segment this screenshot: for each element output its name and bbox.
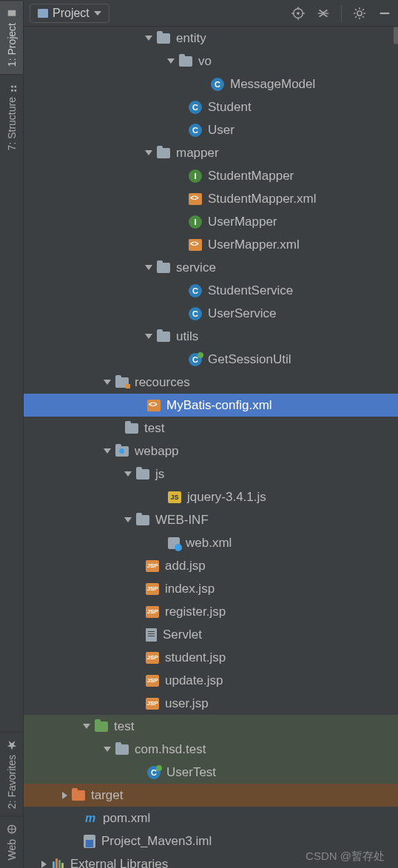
tree-folder-test[interactable]: test <box>24 417 398 440</box>
svg-marker-5 <box>7 741 16 750</box>
tree-xml-mybatisconfig[interactable]: MyBatis-config.xml <box>24 394 398 417</box>
side-tab-web[interactable]: Web <box>0 816 23 868</box>
chevron-down-icon <box>124 517 132 522</box>
test-folder-icon <box>95 721 108 732</box>
tree-jsp-update[interactable]: update.jsp <box>24 669 398 692</box>
libraries-icon <box>51 858 64 869</box>
webapp-folder-icon <box>115 446 129 457</box>
file-icon <box>146 628 157 642</box>
excluded-folder-icon <box>72 790 85 801</box>
jsp-icon <box>146 560 159 572</box>
chevron-down-icon <box>94 11 101 16</box>
jsp-icon <box>146 698 159 710</box>
web-icon <box>7 824 17 835</box>
folder-icon <box>157 148 170 158</box>
star-icon <box>7 740 17 750</box>
tree-file-pomxml[interactable]: pom.xml <box>24 807 398 830</box>
xml-icon <box>189 193 202 205</box>
folder-icon <box>157 332 170 342</box>
chevron-down-icon <box>104 448 111 454</box>
class-icon: C <box>189 101 202 114</box>
class-run-icon: C <box>147 766 161 779</box>
tree-folder-vo[interactable]: vo <box>24 50 398 73</box>
webxml-icon <box>168 537 180 549</box>
svg-rect-4 <box>12 86 14 88</box>
project-tab-icon <box>7 8 17 18</box>
tree-folder-utils[interactable]: utils <box>24 325 398 348</box>
tree-interface-usermapper[interactable]: IUserMapper <box>24 210 398 233</box>
tree-jsp-student[interactable]: student.jsp <box>24 646 398 669</box>
class-icon: C <box>189 307 202 320</box>
chevron-down-icon <box>104 747 111 752</box>
tree-js-jquery[interactable]: jquery-3.4.1.js <box>24 485 398 508</box>
collapse-icon[interactable] <box>316 6 331 21</box>
chevron-down-icon <box>145 36 152 41</box>
tree-xml-webxml[interactable]: web.xml <box>24 531 398 554</box>
svg-line-22 <box>362 9 364 10</box>
tree-class-messagemodel[interactable]: CMessageModel <box>24 73 398 95</box>
tree-class-user[interactable]: CUser <box>24 118 398 141</box>
class-icon: C <box>189 124 202 137</box>
watermark: CSDN @暂存处 <box>306 850 385 864</box>
svg-point-8 <box>297 12 300 15</box>
folder-icon <box>157 263 170 273</box>
tree-class-userservice[interactable]: CUserService <box>24 302 398 325</box>
tree-folder-webinf[interactable]: WEB-INF <box>24 508 398 531</box>
tree-jsp-add[interactable]: add.jsp <box>24 554 398 577</box>
left-sidebar: 1: Project 7: Structure 2: Favorites Web <box>0 0 24 868</box>
folder-icon <box>179 56 192 67</box>
jsp-icon <box>146 675 159 687</box>
tree-folder-service[interactable]: service <box>24 256 398 279</box>
tree-jsp-user[interactable]: user.jsp <box>24 692 398 715</box>
xml-icon <box>189 239 202 251</box>
tree-folder-entity[interactable]: entity <box>24 27 398 50</box>
gear-icon[interactable] <box>352 6 367 21</box>
tree-jsp-register[interactable]: register.jsp <box>24 600 398 623</box>
svg-line-21 <box>355 16 357 18</box>
tree-xml-usermapper[interactable]: UserMapper.xml <box>24 233 398 256</box>
xml-icon <box>147 400 161 411</box>
tree-class-student[interactable]: CStudent <box>24 95 398 118</box>
interface-icon: I <box>189 169 202 183</box>
scrollbar[interactable] <box>394 27 398 44</box>
tree-class-studentservice[interactable]: CStudentService <box>24 279 398 302</box>
tree-jsp-index[interactable]: index.jsp <box>24 577 398 600</box>
jsp-icon <box>146 583 159 595</box>
structure-tab-icon <box>7 82 17 92</box>
tree-folder-target[interactable]: target <box>24 784 398 807</box>
tree-folder-webapp[interactable]: webapp <box>24 440 398 462</box>
minimize-icon[interactable] <box>377 6 392 21</box>
divider <box>341 5 342 21</box>
interface-icon: I <box>189 215 202 229</box>
tree-folder-recources[interactable]: recources <box>24 371 398 394</box>
tree-file-servlet[interactable]: Servlet <box>24 623 398 646</box>
svg-rect-3 <box>15 86 17 88</box>
tree-xml-studentmapper[interactable]: StudentMapper.xml <box>24 187 398 210</box>
jsp-icon <box>146 606 159 618</box>
side-tab-project[interactable]: 1: Project <box>0 0 23 74</box>
tree-interface-studentmapper[interactable]: IStudentMapper <box>24 164 398 187</box>
class-icon: C <box>189 284 202 297</box>
resources-folder-icon <box>115 377 129 388</box>
target-icon[interactable] <box>291 6 306 21</box>
js-icon <box>168 491 181 503</box>
svg-rect-0 <box>8 10 16 16</box>
chevron-down-icon <box>83 724 90 729</box>
side-tab-structure[interactable]: 7: Structure <box>0 74 23 158</box>
folder-icon <box>136 515 149 525</box>
svg-rect-2 <box>12 90 14 92</box>
folder-icon <box>136 469 149 480</box>
tree-folder-mapper[interactable]: mapper <box>24 141 398 164</box>
tree-package-comhsdtest[interactable]: com.hsd.test <box>24 738 398 761</box>
chevron-down-icon <box>145 334 152 339</box>
tree-folder-test-src[interactable]: test <box>24 715 398 738</box>
tree-folder-js[interactable]: js <box>24 462 398 485</box>
svg-rect-1 <box>15 90 17 92</box>
side-tab-favorites[interactable]: 2: Favorites <box>0 732 23 816</box>
tree-class-getsessionutil[interactable]: CGetSessionUtil <box>24 348 398 371</box>
project-label: Project <box>53 7 90 20</box>
project-view-selector[interactable]: Project <box>30 4 109 23</box>
tree-class-usertest[interactable]: CUserTest <box>24 761 398 784</box>
jsp-icon <box>146 652 159 664</box>
module-icon <box>84 835 95 848</box>
